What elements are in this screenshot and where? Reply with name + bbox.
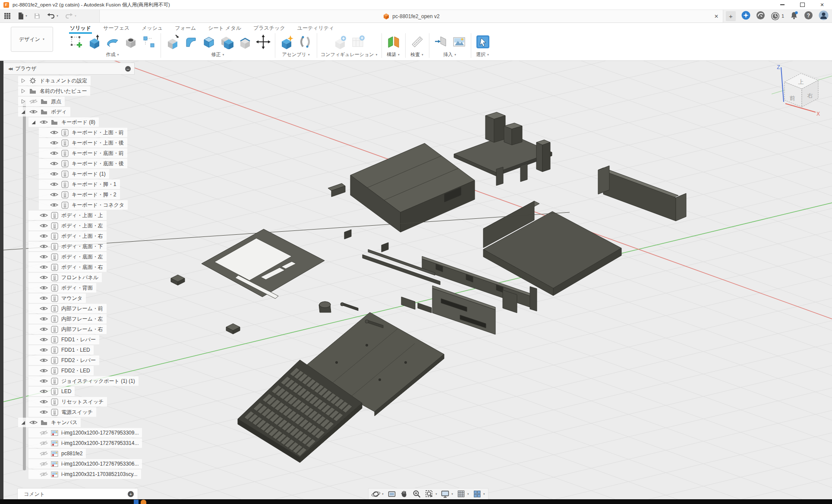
- visibility-eye-icon[interactable]: [38, 368, 49, 373]
- visibility-eye-icon[interactable]: [38, 461, 49, 466]
- ribbon-group-label[interactable]: 挿入▼: [443, 51, 457, 58]
- visibility-eye-icon[interactable]: [38, 275, 49, 280]
- browser-item-row[interactable]: ドキュメントの設定: [18, 76, 91, 85]
- visibility-eye-icon[interactable]: [38, 265, 49, 270]
- orbit-icon[interactable]: ▼: [371, 489, 384, 499]
- display-settings-icon[interactable]: ▼: [441, 489, 454, 499]
- comment-bar[interactable]: コメント +: [17, 488, 138, 499]
- combine-icon[interactable]: [219, 34, 235, 50]
- visibility-eye-icon[interactable]: [38, 399, 49, 404]
- visibility-eye-icon[interactable]: [38, 441, 49, 446]
- visibility-eye-icon[interactable]: [38, 244, 49, 249]
- visibility-eye-icon[interactable]: [38, 223, 49, 228]
- visibility-eye-icon[interactable]: [38, 451, 49, 456]
- browser-item-row[interactable]: キーボード・底面・後: [39, 159, 127, 168]
- browser-item-row[interactable]: フロントパネル: [28, 273, 102, 282]
- browser-folder-row[interactable]: キーボード (8): [28, 117, 99, 127]
- grid-display-icon[interactable]: ▼: [457, 489, 470, 499]
- browser-item-row[interactable]: i-img1200x321-1703852103scy...: [28, 469, 141, 479]
- visibility-eye-icon[interactable]: [38, 233, 49, 239]
- account-avatar[interactable]: [819, 10, 829, 22]
- job-status-icon[interactable]: [771, 12, 780, 21]
- browser-item-row[interactable]: キーボード・底面・前: [39, 148, 127, 158]
- browser-item-row[interactable]: FDD1・レバー: [28, 335, 99, 344]
- browser-folder-row[interactable]: キャンバス: [18, 418, 81, 427]
- browser-item-row[interactable]: キーボード (1): [39, 169, 109, 179]
- visibility-eye-icon[interactable]: [38, 410, 49, 415]
- browser-folder-row[interactable]: ボディ: [18, 107, 70, 117]
- extrude-icon[interactable]: [86, 34, 103, 50]
- viewports-icon[interactable]: ▼: [473, 489, 485, 499]
- shell-icon[interactable]: [201, 34, 217, 50]
- browser-item-row[interactable]: ボディ・上面・左: [28, 221, 107, 230]
- part-fdd-panel[interactable]: [432, 286, 495, 334]
- expander-open-icon[interactable]: [18, 420, 28, 425]
- browser-item-row[interactable]: LED: [28, 387, 75, 396]
- offset-icon[interactable]: [237, 34, 253, 50]
- browser-item-row[interactable]: pc881fe2: [28, 449, 86, 458]
- ribbon-group-label[interactable]: 作成▼: [106, 51, 120, 58]
- minimize-button[interactable]: [772, 0, 792, 9]
- browser-item-row[interactable]: ボディ・底面・下: [28, 242, 107, 251]
- help-icon[interactable]: ?: [804, 11, 813, 22]
- visibility-eye-icon[interactable]: [48, 171, 60, 176]
- visibility-eye-icon[interactable]: [28, 420, 39, 425]
- ribbon-tab[interactable]: シート メタル: [208, 25, 241, 32]
- browser-item-row[interactable]: i-img1200x1200-172767953306...: [28, 459, 142, 469]
- insert-canvas-icon[interactable]: [451, 34, 467, 50]
- hole-icon[interactable]: [123, 34, 139, 50]
- add-comment-icon[interactable]: +: [128, 491, 134, 497]
- ribbon-group-label[interactable]: アセンブリ▼: [282, 51, 310, 58]
- ribbon-tab[interactable]: ユーティリティ: [297, 25, 334, 32]
- visibility-eye-icon[interactable]: [48, 182, 60, 187]
- app-grid-icon[interactable]: [3, 12, 11, 20]
- browser-item-row[interactable]: FDD2・LED: [28, 366, 94, 375]
- browser-item-row[interactable]: 内部フレーム・右: [28, 324, 107, 334]
- maximize-button[interactable]: [792, 0, 812, 9]
- tab-close-icon[interactable]: ✕: [714, 13, 719, 19]
- browser-folder-row[interactable]: 名前の付いたビュー: [18, 86, 90, 96]
- visibility-eye-icon[interactable]: [38, 296, 49, 301]
- fillet-icon[interactable]: [183, 34, 199, 50]
- fit-icon[interactable]: ▼: [425, 489, 438, 499]
- ribbon-group-label[interactable]: コンフィギュレーション▼: [321, 51, 378, 58]
- look-at-icon[interactable]: [387, 489, 397, 499]
- measure-icon[interactable]: [409, 34, 425, 50]
- part-body-top-cover[interactable]: [344, 143, 475, 252]
- ribbon-tab[interactable]: サーフェス: [103, 25, 129, 32]
- browser-item-row[interactable]: ボディ・背面: [28, 283, 96, 293]
- visibility-eye-icon[interactable]: [38, 306, 49, 311]
- browser-item-row[interactable]: i-img1200x1200-172767953309...: [28, 428, 142, 438]
- browser-item-row[interactable]: ボディ・上面・右: [28, 231, 107, 241]
- ribbon-tab[interactable]: フォーム: [175, 25, 196, 32]
- close-button[interactable]: ✕: [812, 0, 832, 9]
- browser-item-row[interactable]: i-img1200x1200-172767953314...: [28, 438, 142, 448]
- create-sketch-icon[interactable]: [68, 34, 85, 50]
- expander-open-icon[interactable]: [28, 120, 38, 125]
- expander-closed-icon[interactable]: [18, 88, 28, 94]
- browser-panel-header[interactable]: ◀◀ ブラウザ –: [3, 63, 135, 75]
- visibility-eye-icon[interactable]: [38, 389, 49, 394]
- joint-icon[interactable]: [297, 34, 313, 50]
- part-rear-bracket[interactable]: [454, 112, 552, 186]
- browser-item-row[interactable]: キーボード・コネクタ: [39, 200, 128, 210]
- visibility-eye-icon[interactable]: [28, 109, 39, 114]
- new-tab-button[interactable]: +: [726, 11, 736, 21]
- ribbon-group-label[interactable]: 構築▼: [387, 51, 400, 58]
- visibility-eye-icon[interactable]: [38, 254, 49, 259]
- profile-meter-icon[interactable]: [756, 11, 765, 22]
- browser-item-row[interactable]: FDD2・レバー: [28, 356, 99, 365]
- ribbon-tab[interactable]: ソリッド: [70, 25, 91, 32]
- pan-icon[interactable]: [400, 489, 409, 499]
- browser-collapse-icon[interactable]: ◀◀: [8, 67, 12, 71]
- visibility-eye-icon[interactable]: [48, 202, 60, 208]
- browser-item-row[interactable]: キーボード・脚・1: [39, 180, 120, 189]
- visibility-eye-icon[interactable]: [48, 151, 60, 156]
- visibility-eye-icon[interactable]: [38, 327, 49, 332]
- visibility-eye-icon[interactable]: [38, 285, 49, 290]
- browser-item-row[interactable]: キーボード・脚・2: [39, 190, 120, 199]
- browser-folder-row[interactable]: 原点: [18, 97, 65, 106]
- construction-plane-icon[interactable]: [385, 34, 402, 50]
- notifications-bell-icon[interactable]: [790, 11, 798, 22]
- move-icon[interactable]: [255, 34, 271, 50]
